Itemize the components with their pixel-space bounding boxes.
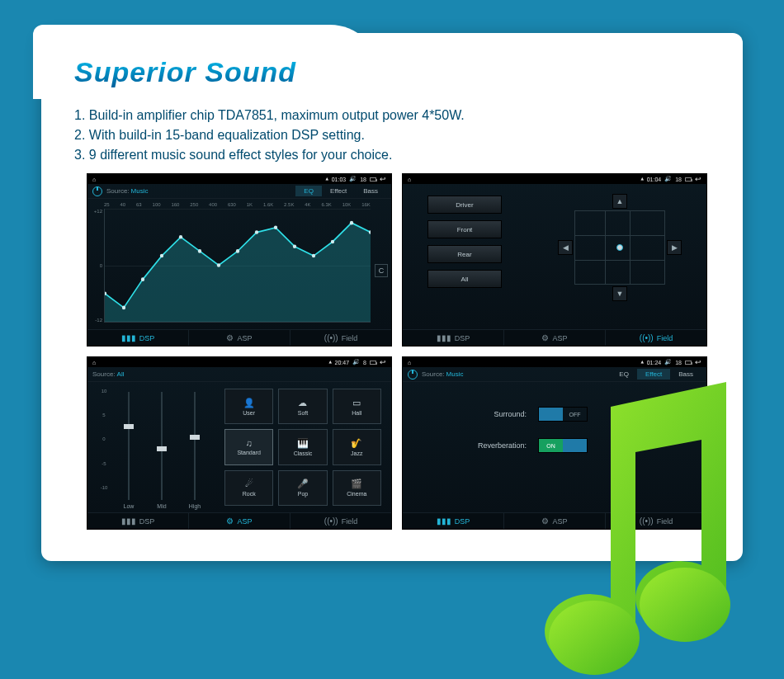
svg-point-16 bbox=[640, 568, 730, 642]
bottom-bar: ▮▮▮DSP ⚙ASP ((•))Field bbox=[403, 512, 706, 529]
reverberation-toggle[interactable]: ON bbox=[538, 438, 588, 453]
tab-asp[interactable]: ⚙ASP bbox=[504, 513, 606, 529]
arrow-left-icon[interactable]: ◀ bbox=[558, 240, 573, 255]
tab-dsp[interactable]: ▮▮▮DSP bbox=[87, 330, 189, 346]
wifi-icon bbox=[640, 176, 644, 182]
driver-button[interactable]: Driver bbox=[427, 196, 502, 214]
sliders-icon: ⚙ bbox=[226, 333, 234, 342]
source-value[interactable]: Music bbox=[131, 187, 149, 195]
arrow-up-icon[interactable]: ▲ bbox=[612, 194, 627, 209]
slider-thumb[interactable] bbox=[190, 435, 200, 440]
arrow-right-icon[interactable]: ▶ bbox=[667, 240, 682, 255]
front-button[interactable]: Front bbox=[427, 220, 502, 238]
preset-user[interactable]: 👤User bbox=[224, 389, 273, 424]
source-row: Source: Music EQ Effect Bass bbox=[87, 184, 391, 199]
source-value[interactable]: Music bbox=[446, 370, 464, 378]
home-icon[interactable]: ⌂ bbox=[408, 360, 411, 365]
preset-icon: ☁ bbox=[298, 398, 307, 408]
bottom-bar: ▮▮▮DSP ⚙ASP ((•))Field bbox=[87, 329, 391, 346]
home-icon[interactable]: ⌂ bbox=[92, 360, 96, 365]
toggle-state: ON bbox=[539, 439, 563, 452]
svg-point-5 bbox=[198, 249, 201, 253]
tab-effect[interactable]: Effect bbox=[637, 369, 670, 380]
preset-icon: ▭ bbox=[352, 398, 361, 408]
volume-icon: 🔊 bbox=[664, 359, 672, 365]
preset-label: Cinema bbox=[347, 491, 366, 497]
slider-high[interactable]: High bbox=[178, 389, 211, 509]
status-time: 01:03 bbox=[332, 177, 347, 182]
preset-standard[interactable]: ♫Standard bbox=[224, 429, 273, 464]
back-icon[interactable] bbox=[380, 358, 386, 366]
desc-line: 2. With build-in 15-band equalization DS… bbox=[74, 125, 465, 145]
preset-classic[interactable]: 🎹Classic bbox=[278, 429, 327, 464]
tab-dsp[interactable]: ▮▮▮DSP bbox=[87, 513, 189, 529]
bottom-bar: ▮▮▮DSP ⚙ASP ((•))Field bbox=[403, 329, 706, 346]
preset-icon: 👤 bbox=[243, 398, 255, 408]
toggle-handle bbox=[539, 408, 563, 421]
back-icon[interactable] bbox=[695, 358, 701, 366]
asp-body: 1050-5-10LowMidHigh 👤User☁Soft▭Hall♫Stan… bbox=[87, 382, 391, 512]
slider-low[interactable]: Low bbox=[112, 389, 145, 509]
preset-pop[interactable]: 🎤Pop bbox=[278, 470, 327, 506]
slider-thumb[interactable] bbox=[157, 446, 167, 451]
source-value[interactable]: All bbox=[117, 370, 125, 378]
tab-eq[interactable]: EQ bbox=[295, 186, 322, 196]
preset-jazz[interactable]: 🎷Jazz bbox=[333, 429, 381, 464]
slider-mid[interactable]: Mid bbox=[145, 389, 178, 509]
wifi-icon bbox=[640, 359, 644, 365]
battery-icon bbox=[685, 361, 692, 365]
tab-dsp[interactable]: ▮▮▮DSP bbox=[403, 330, 504, 346]
field-grid[interactable]: ▲ ▼ ◀ ▶ bbox=[558, 194, 682, 301]
preset-label: Jazz bbox=[351, 450, 362, 456]
rear-button[interactable]: Rear bbox=[427, 245, 502, 263]
svg-point-7 bbox=[236, 249, 239, 253]
tab-dsp[interactable]: ▮▮▮DSP bbox=[403, 513, 504, 529]
tab-field[interactable]: ((•))Field bbox=[606, 330, 706, 346]
status-volume: 18 bbox=[675, 360, 682, 365]
source-label: Source: bbox=[92, 370, 116, 378]
preset-cinema[interactable]: 🎬Cinema bbox=[333, 470, 381, 506]
toggle-handle bbox=[563, 439, 587, 452]
slider-thumb[interactable] bbox=[124, 424, 134, 429]
tab-asp[interactable]: ⚙ASP bbox=[189, 513, 290, 529]
preset-hall[interactable]: ▭Hall bbox=[333, 389, 381, 424]
source-row: Source: Music EQ Effect Bass bbox=[403, 367, 706, 382]
tab-field[interactable]: ((•))Field bbox=[290, 513, 391, 529]
eq-y-axis: +12 0 -12 bbox=[91, 209, 102, 323]
tab-eq[interactable]: EQ bbox=[611, 369, 637, 380]
reset-button[interactable]: C bbox=[375, 264, 388, 277]
tab-asp[interactable]: ⚙ASP bbox=[504, 330, 606, 346]
effect-controls: Surround: OFF Reverberation: ON bbox=[444, 407, 665, 453]
back-icon[interactable] bbox=[695, 175, 701, 183]
tab-field[interactable]: ((•))Field bbox=[606, 513, 706, 529]
power-icon[interactable] bbox=[408, 370, 418, 380]
crosshair-dot[interactable] bbox=[616, 244, 623, 251]
wave-icon: ((•)) bbox=[324, 333, 338, 342]
tab-bass[interactable]: Bass bbox=[670, 369, 701, 380]
status-volume: 8 bbox=[363, 360, 366, 365]
preset-soft[interactable]: ☁Soft bbox=[278, 389, 327, 424]
preset-rock[interactable]: ☄Rock bbox=[224, 470, 273, 506]
all-button[interactable]: All bbox=[427, 270, 502, 288]
power-icon[interactable] bbox=[92, 186, 102, 196]
arrow-down-icon[interactable]: ▼ bbox=[612, 286, 627, 301]
home-icon[interactable]: ⌂ bbox=[92, 177, 96, 182]
source-row: Source: All bbox=[87, 367, 391, 382]
tab-effect[interactable]: Effect bbox=[322, 186, 355, 196]
slider-label: Mid bbox=[157, 503, 166, 509]
home-icon[interactable]: ⌂ bbox=[408, 177, 411, 182]
preset-label: Pop bbox=[298, 491, 308, 497]
battery-icon bbox=[370, 177, 376, 182]
eq-plot[interactable] bbox=[104, 209, 371, 323]
sliders-icon: ⚙ bbox=[541, 516, 549, 526]
tab-field[interactable]: ((•))Field bbox=[290, 330, 391, 346]
tab-asp[interactable]: ⚙ASP bbox=[189, 330, 290, 346]
status-bar: ⌂ 01:24 🔊 18 bbox=[403, 357, 706, 367]
volume-icon: 🔊 bbox=[352, 359, 360, 365]
back-icon[interactable] bbox=[380, 175, 386, 183]
tab-bass[interactable]: Bass bbox=[355, 186, 386, 196]
status-volume: 18 bbox=[675, 177, 682, 182]
volume-icon: 🔊 bbox=[349, 176, 357, 182]
eq-body: 2540631001602504006301K1.6K2.5K4K6.3K10K… bbox=[87, 199, 391, 329]
surround-toggle[interactable]: OFF bbox=[538, 407, 588, 422]
